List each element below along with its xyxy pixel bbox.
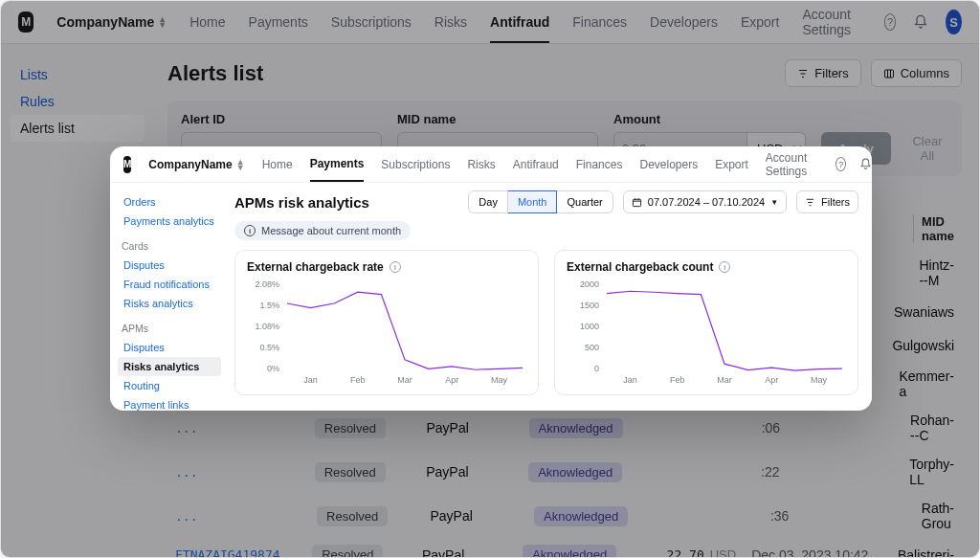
- segment-quarter[interactable]: Quarter: [557, 190, 612, 213]
- info-icon: i: [244, 225, 256, 236]
- date-range-picker[interactable]: 07.07.2024 – 07.10.2024 ▼: [623, 190, 787, 213]
- info-icon[interactable]: i: [719, 261, 730, 273]
- modal-account-settings-link[interactable]: Account Settings: [766, 151, 823, 178]
- modal-sidebar-item[interactable]: Payment links: [118, 395, 221, 411]
- help-icon[interactable]: ?: [835, 157, 846, 171]
- y-tick: 0%: [247, 364, 279, 373]
- modal-logo-icon: M: [123, 156, 131, 173]
- y-tick: 500: [567, 343, 599, 352]
- modal-nav-antifraud[interactable]: Antifraud: [513, 158, 559, 171]
- y-tick: 2.08%: [247, 279, 279, 289]
- modal-sidebar-item[interactable]: Fraud notifications: [118, 275, 221, 294]
- modal-nav-risks[interactable]: Risks: [467, 158, 495, 171]
- modal-sidebar-item[interactable]: Disputes: [118, 256, 221, 275]
- modal-top-nav: M CompanyName ▲▼ HomePaymentsSubscriptio…: [110, 146, 872, 183]
- y-tick: 0.5%: [247, 343, 279, 352]
- x-tick: Mar: [381, 375, 428, 389]
- chart-line: [287, 292, 523, 369]
- info-icon[interactable]: i: [390, 261, 401, 273]
- segment-month[interactable]: Month: [508, 190, 558, 213]
- analytics-modal: M CompanyName ▲▼ HomePaymentsSubscriptio…: [110, 146, 872, 411]
- y-tick: 1000: [567, 322, 599, 331]
- chevron-sort-icon: ▲▼: [236, 159, 245, 170]
- time-segment: DayMonthQuarter: [468, 190, 612, 213]
- modal-sidebar-item[interactable]: Routing: [118, 376, 221, 395]
- chart-title: External chargeback rate: [247, 260, 384, 274]
- sidebar-section-header: Cards: [122, 240, 221, 252]
- bell-icon[interactable]: [859, 156, 872, 173]
- modal-filters-button[interactable]: Filters: [796, 190, 858, 213]
- sidebar-section-header: APMs: [122, 323, 221, 334]
- chart-line: [607, 291, 842, 370]
- y-tick: 2000: [567, 279, 599, 289]
- modal-nav-developers[interactable]: Developers: [639, 158, 698, 171]
- message-pill: i Message about current month: [234, 221, 411, 240]
- x-tick: Feb: [654, 375, 701, 389]
- modal-nav-home[interactable]: Home: [262, 158, 293, 171]
- filter-icon: [805, 197, 815, 208]
- y-tick: 1.08%: [247, 322, 279, 331]
- x-tick: Jan: [607, 375, 654, 389]
- chart-card: External chargeback ratei2.08%1.5%1.08%0…: [234, 250, 539, 395]
- y-tick: 1.5%: [247, 301, 279, 310]
- x-tick: Feb: [334, 375, 381, 389]
- modal-nav-subscriptions[interactable]: Subscriptions: [381, 158, 450, 171]
- x-tick: Mar: [701, 375, 747, 389]
- modal-sidebar-item[interactable]: Risks analytics: [118, 357, 221, 376]
- chart-card: External chargeback counti20001500100050…: [554, 250, 858, 395]
- chevron-down-icon: ▼: [770, 198, 778, 207]
- y-tick: 1500: [567, 301, 599, 310]
- modal-company-switcher[interactable]: CompanyName ▲▼: [148, 158, 244, 171]
- x-tick: May: [795, 375, 842, 389]
- modal-sidebar: OrdersPayments analyticsCardsDisputesFra…: [110, 183, 229, 411]
- modal-nav-payments[interactable]: Payments: [310, 157, 365, 182]
- modal-sidebar-item[interactable]: Payments analytics: [118, 212, 221, 231]
- x-tick: May: [476, 375, 523, 389]
- svg-rect-1: [633, 199, 640, 206]
- x-tick: Apr: [429, 375, 476, 389]
- modal-nav-finances[interactable]: Finances: [576, 158, 623, 171]
- modal-page-title: APMs risk analytics: [234, 194, 369, 211]
- modal-sidebar-item[interactable]: Orders: [118, 192, 221, 212]
- modal-sidebar-item[interactable]: Disputes: [118, 338, 221, 357]
- modal-sidebar-item[interactable]: Risks analytics: [118, 294, 221, 313]
- x-tick: Apr: [748, 375, 795, 389]
- calendar-icon: [632, 197, 642, 208]
- modal-nav-export[interactable]: Export: [715, 158, 748, 171]
- x-tick: Jan: [287, 375, 334, 389]
- y-tick: 0: [567, 364, 599, 373]
- chart-title: External chargeback count: [567, 260, 713, 274]
- segment-day[interactable]: Day: [468, 190, 508, 213]
